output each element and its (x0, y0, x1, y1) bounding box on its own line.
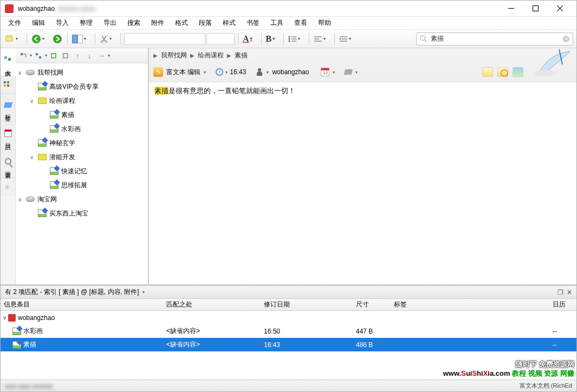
tree-node[interactable]: ∨潜能开发 (16, 150, 148, 164)
svg-rect-37 (51, 54, 56, 58)
bold-button[interactable]: B (265, 32, 281, 46)
tree-node[interactable]: 买东西上淘宝 (16, 206, 148, 220)
menu-export[interactable]: 导出 (99, 17, 121, 29)
cut-button[interactable] (99, 32, 117, 46)
maximize-button[interactable] (523, 1, 548, 16)
new-doc-button[interactable] (4, 32, 23, 46)
svg-rect-27 (8, 58, 11, 61)
tree-action-3[interactable] (48, 50, 59, 61)
tab-search[interactable]: 搜索 (1, 150, 15, 178)
menu-organize[interactable]: 整理 (75, 17, 97, 29)
tree-action-1[interactable] (18, 50, 29, 61)
menu-style[interactable]: 样式 (218, 17, 240, 29)
menu-import[interactable]: 导入 (51, 17, 73, 29)
results-body[interactable]: ∨ wobangzhao 水彩画 <缺省内容> 16:50 447 B -- 素… (1, 311, 576, 381)
font-size-select[interactable] (206, 33, 235, 45)
menu-file[interactable]: 文件 (4, 17, 25, 29)
bullet-list-button[interactable] (287, 32, 306, 46)
svg-point-12 (289, 36, 290, 37)
menu-edit[interactable]: 编辑 (28, 17, 49, 29)
menu-attach[interactable]: 附件 (147, 17, 168, 29)
tab-outline[interactable]: 大纲 (1, 48, 16, 76)
tree-node[interactable]: 水彩画 (16, 122, 148, 136)
tree-panel: ▾ ▾ ↑ ↓ → ▾ ∨我帮找网高级VIP会员专享∨绘画课程素描水彩画神秘玄学… (16, 48, 149, 284)
svg-rect-1 (533, 6, 539, 11)
tree-action-4[interactable] (60, 50, 71, 61)
tree-node[interactable]: 思维拓展 (16, 178, 148, 192)
results-close-button[interactable]: ✕ (567, 289, 572, 296)
col-size[interactable]: 尺寸 (353, 300, 391, 309)
font-color-button[interactable]: A (242, 32, 258, 46)
main-toolbar: A B 素描 ⊘ (1, 30, 576, 48)
menu-bar: 文件 编辑 导入 整理 导出 搜索 附件 格式 段落 样式 书签 工具 查看 帮… (1, 17, 576, 30)
results-group-row[interactable]: ∨ wobangzhao (1, 311, 576, 324)
tag-icon-small[interactable] (344, 69, 353, 75)
tree-node[interactable]: 素描 (16, 108, 148, 122)
results-restore-button[interactable]: ❐ (557, 289, 563, 296)
font-family-select[interactable] (124, 33, 205, 45)
col-tag[interactable]: 标签 (391, 300, 549, 309)
search-clear-icon[interactable]: ⊘ (563, 36, 569, 42)
tree-action-2[interactable] (33, 50, 44, 61)
menu-bookmark[interactable]: 书签 (242, 17, 264, 29)
menu-search[interactable]: 搜索 (123, 17, 145, 29)
results-row[interactable]: 水彩画 <缺省内容> 16:50 447 B -- (1, 324, 576, 338)
highlighted-text: 素描 (154, 87, 168, 95)
tree-node-label: 水彩画 (61, 125, 81, 134)
results-row[interactable]: 素描 <缺省内容> 16:43 486 B -- (1, 338, 576, 351)
indent-button[interactable] (338, 32, 356, 46)
breadcrumb-item[interactable]: 我帮找网 (161, 51, 187, 60)
nav-back-button[interactable] (30, 32, 50, 46)
col-cal[interactable]: 日历 (549, 300, 576, 309)
breadcrumb-item[interactable]: 素描 (235, 51, 248, 60)
svg-rect-8 (73, 35, 77, 43)
picture-icon[interactable] (513, 67, 523, 77)
minimize-button[interactable] (499, 1, 523, 16)
tree-node[interactable]: 高级VIP会员专享 (16, 80, 148, 94)
tab-more[interactable]: ≡ (1, 178, 15, 195)
body-text: 是很有意思的，一直铅笔就能画出一切！ (168, 87, 295, 95)
menu-format[interactable]: 格式 (171, 17, 192, 29)
toolbar-separator (283, 33, 284, 45)
tag-icon (3, 102, 12, 108)
tree-right-button[interactable]: → (96, 50, 107, 61)
layout-toggle-button[interactable] (71, 32, 92, 46)
breadcrumb-item[interactable]: 绘画课程 (198, 51, 224, 60)
search-box[interactable]: 素描 ⊘ (416, 32, 573, 45)
author-name[interactable]: wobangzhao (272, 68, 309, 76)
calendar-icon-small[interactable] (321, 68, 329, 76)
col-title[interactable]: 信息条目 (1, 300, 163, 309)
tree-node[interactable]: ∨淘宝网 (16, 192, 148, 206)
tree-view[interactable]: ∨我帮找网高级VIP会员专享∨绘画课程素描水彩画神秘玄学∨潜能开发快速记忆思维拓… (16, 63, 148, 284)
nav-forward-button[interactable] (51, 32, 64, 46)
tab-palette[interactable] (1, 76, 15, 94)
svg-rect-5 (6, 36, 12, 37)
dropdown-caret-icon[interactable]: ▾ (204, 70, 206, 75)
tree-node[interactable]: ∨绘画课程 (16, 94, 148, 108)
find-in-note-icon[interactable] (497, 67, 508, 77)
col-match[interactable]: 匹配之处 (163, 300, 261, 309)
toolbar-separator (334, 33, 335, 45)
align-button[interactable] (313, 32, 331, 46)
breadcrumb-sep-icon: ▶ (153, 53, 158, 58)
time-field[interactable]: ▾ 16:43 (216, 68, 246, 76)
tree-down-button[interactable]: ↓ (84, 50, 95, 61)
window-title-blurred: xxxxxx xxxxx (58, 5, 95, 12)
menu-help[interactable]: 帮助 (314, 17, 335, 29)
col-date[interactable]: 修订日期 (261, 300, 353, 309)
tab-tags[interactable]: 标签 (1, 94, 15, 122)
tree-node[interactable]: 神秘玄学 (16, 136, 148, 150)
tree-node[interactable]: ∨我帮找网 (16, 66, 148, 80)
close-button[interactable] (548, 1, 572, 16)
database-icon (8, 314, 16, 322)
breadcrumb-sep-icon: ▶ (190, 53, 195, 58)
tree-up-button[interactable]: ↑ (72, 50, 83, 61)
tree-node[interactable]: 快速记忆 (16, 164, 148, 178)
menu-tools[interactable]: 工具 (266, 17, 288, 29)
menu-paragraph[interactable]: 段落 (195, 17, 216, 29)
menu-view[interactable]: 查看 (290, 17, 312, 29)
tab-calendar[interactable]: 日历 (1, 122, 15, 150)
edit-mode-label[interactable]: 富文本 编辑 (166, 68, 200, 77)
edit-note-icon[interactable] (482, 67, 493, 77)
editor-body[interactable]: 素描是很有意思的，一直铅笔就能画出一切！ (149, 82, 576, 284)
